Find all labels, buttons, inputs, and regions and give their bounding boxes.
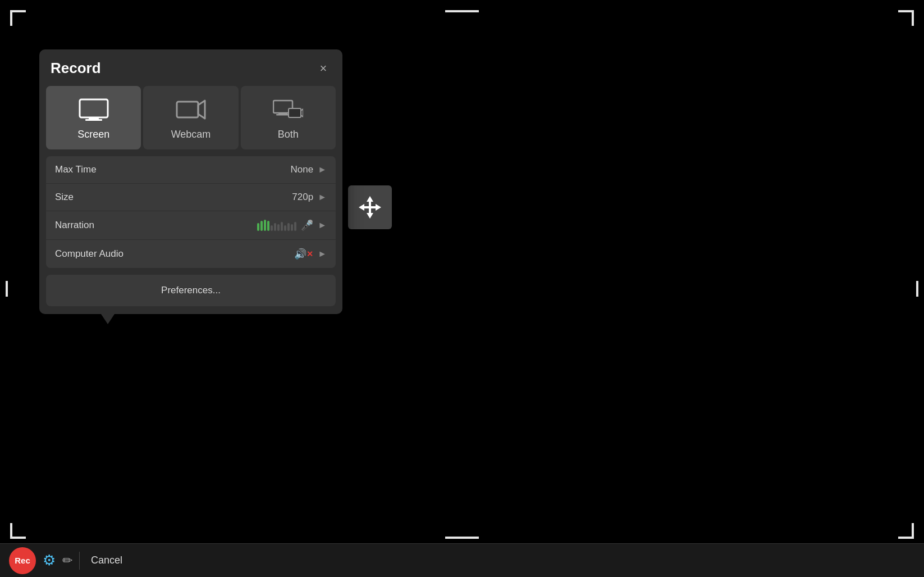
svg-marker-10: [198, 101, 205, 119]
svg-marker-0: [367, 196, 373, 202]
corner-bl: [10, 523, 26, 539]
computer-audio-row[interactable]: Computer Audio 🔊 ✕ ►: [46, 240, 336, 268]
meter-bar-12: [294, 222, 296, 231]
narration-chevron: ►: [318, 220, 327, 230]
mic-icon: 🎤: [301, 219, 313, 231]
taskbar-divider: [79, 552, 80, 570]
source-screen-button[interactable]: Screen: [46, 86, 141, 149]
max-time-label: Max Time: [55, 164, 97, 175]
mute-x-icon: ✕: [307, 249, 313, 258]
source-webcam-button[interactable]: Webcam: [143, 86, 238, 149]
source-both-button[interactable]: Both: [241, 86, 336, 149]
taskbar: Rec ⚙ ✏ Cancel: [0, 543, 924, 577]
size-row[interactable]: Size 720p ►: [46, 184, 336, 211]
screen-icon: [79, 98, 109, 121]
record-dialog: Record × Screen Webcam: [39, 49, 342, 314]
corner-br: [898, 523, 914, 539]
settings-group: Max Time None ► Size 720p ► Narration: [46, 156, 336, 268]
narration-value: 🎤 ►: [257, 219, 327, 231]
svg-rect-13: [276, 114, 289, 116]
size-label: Size: [55, 192, 74, 203]
max-time-chevron: ►: [318, 165, 327, 175]
size-value: 720p ►: [292, 192, 327, 203]
source-webcam-label: Webcam: [171, 129, 211, 140]
preferences-button[interactable]: Preferences...: [46, 275, 336, 306]
svg-marker-3: [376, 204, 381, 211]
dialog-header: Record ×: [39, 49, 342, 86]
source-screen-label: Screen: [77, 129, 109, 140]
move-icon: [356, 194, 383, 221]
meter-bar-2: [260, 221, 263, 231]
dialog-title: Record: [51, 60, 101, 77]
svg-rect-14: [289, 108, 301, 117]
size-chevron: ►: [318, 192, 327, 202]
meter-bar-11: [291, 224, 293, 231]
meter-bar-9: [284, 225, 286, 231]
webcam-icon: [176, 98, 206, 121]
edge-right: [916, 281, 918, 297]
gear-icon: ⚙: [43, 552, 56, 569]
meter-bar-3: [264, 220, 266, 231]
speaker-muted-indicator: 🔊 ✕: [294, 248, 313, 260]
dialog-tail: [101, 314, 115, 324]
computer-audio-label: Computer Audio: [55, 248, 123, 260]
svg-rect-5: [364, 206, 376, 208]
narration-label: Narration: [55, 220, 94, 231]
corner-tr: [898, 10, 914, 26]
meter-bar-8: [281, 222, 283, 231]
meter-bar-10: [287, 223, 290, 231]
svg-rect-9: [177, 102, 198, 117]
computer-audio-chevron: ►: [318, 249, 327, 259]
edge-left: [6, 281, 8, 297]
meter-bar-6: [274, 223, 276, 231]
speaker-icon: 🔊: [294, 248, 307, 260]
source-selector: Screen Webcam Both: [46, 86, 336, 149]
max-time-row[interactable]: Max Time None ►: [46, 156, 336, 184]
pencil-icon: ✏: [62, 553, 72, 568]
size-text: 720p: [292, 192, 313, 203]
audio-meter: [257, 220, 296, 231]
source-both-label: Both: [278, 129, 299, 140]
annotate-button[interactable]: ✏: [62, 553, 72, 568]
both-icon: [273, 98, 303, 121]
settings-button[interactable]: ⚙: [43, 552, 56, 569]
computer-audio-value: 🔊 ✕ ►: [294, 248, 327, 260]
cancel-button[interactable]: Cancel: [86, 552, 127, 569]
meter-bar-4: [267, 221, 269, 231]
edge-top: [445, 10, 479, 12]
svg-rect-8: [85, 119, 102, 121]
meter-bar-7: [277, 224, 280, 231]
rec-button[interactable]: Rec: [9, 547, 36, 574]
corner-tl: [10, 10, 26, 26]
close-button[interactable]: ×: [315, 61, 331, 76]
edge-bottom: [445, 537, 479, 539]
max-time-value: None ►: [291, 164, 327, 175]
meter-bar-1: [257, 223, 259, 231]
svg-marker-15: [301, 109, 303, 117]
meter-bar-5: [271, 225, 273, 231]
max-time-text: None: [291, 164, 314, 175]
svg-marker-2: [359, 204, 364, 211]
svg-marker-1: [367, 213, 373, 219]
narration-row[interactable]: Narration 🎤 ►: [46, 211, 336, 240]
move-cursor-widget[interactable]: [348, 185, 392, 229]
svg-rect-6: [80, 99, 108, 117]
